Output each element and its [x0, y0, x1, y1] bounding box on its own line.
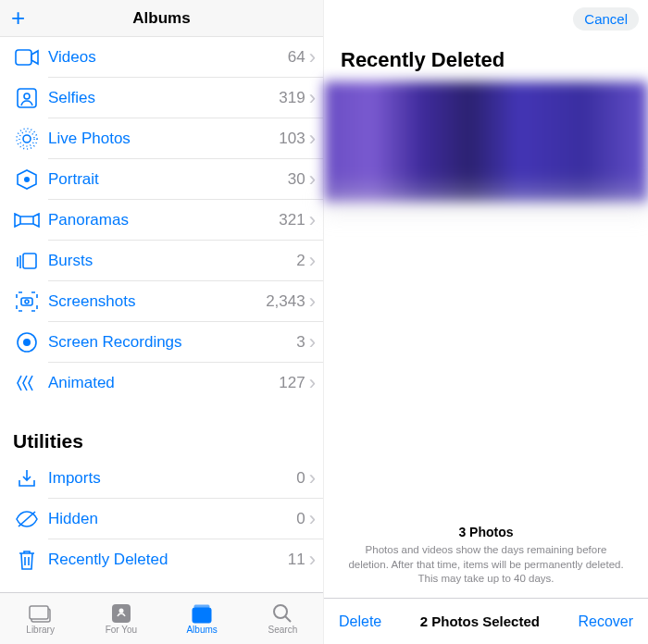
row-videos[interactable]: Videos 64 › [0, 37, 323, 77]
row-live-photos[interactable]: Live Photos 103 › [0, 118, 323, 158]
row-animated[interactable]: Animated 127 › [0, 363, 323, 402]
selfies-icon [13, 84, 41, 112]
svg-point-11 [23, 339, 31, 346]
library-icon [29, 603, 53, 624]
recently-deleted-title: Recently Deleted [324, 37, 648, 81]
chevron-right-icon: › [309, 330, 316, 354]
svg-point-6 [24, 177, 30, 182]
tab-search[interactable]: Search [243, 593, 323, 644]
chevron-right-icon: › [309, 127, 316, 151]
photo-count: 3 Photos [346, 525, 626, 539]
svg-rect-0 [16, 50, 31, 65]
hidden-icon [13, 505, 41, 533]
tab-label: Library [26, 625, 55, 635]
svg-point-2 [24, 93, 30, 99]
tab-label: Search [268, 625, 298, 635]
row-label: Imports [48, 469, 296, 488]
chevron-right-icon: › [309, 507, 316, 531]
row-imports[interactable]: Imports 0 › [0, 458, 323, 498]
row-count: 2,343 [266, 292, 305, 311]
page-title: Albums [0, 9, 323, 28]
row-screenshots[interactable]: Screenshots 2,343 › [0, 281, 323, 321]
row-bursts[interactable]: Bursts 2 › [0, 241, 323, 280]
row-count: 3 [296, 333, 305, 352]
screen-recordings-icon [13, 328, 41, 356]
row-recently-deleted[interactable]: Recently Deleted 11 › [0, 539, 323, 579]
albums-list: Videos 64 › Selfies 319 › Live Photos 10… [0, 37, 323, 592]
video-icon [13, 43, 41, 71]
albums-icon [190, 603, 214, 624]
row-count: 0 [296, 469, 305, 488]
trash-icon [13, 546, 41, 574]
chevron-right-icon: › [309, 466, 316, 490]
row-count: 127 [279, 374, 305, 392]
row-count: 64 [288, 48, 305, 67]
row-count: 30 [288, 170, 305, 189]
chevron-right-icon: › [309, 548, 316, 572]
svg-point-4 [19, 131, 34, 146]
right-header: Cancel [324, 0, 648, 37]
svg-rect-1 [18, 89, 36, 107]
svg-point-9 [25, 300, 29, 303]
tab-albums[interactable]: Albums [162, 593, 243, 644]
delete-button[interactable]: Delete [339, 613, 381, 630]
utilities-section-title: Utilities [0, 402, 323, 458]
row-label: Selfies [48, 89, 279, 107]
row-label: Videos [48, 48, 288, 67]
row-portrait[interactable]: Portrait 30 › [0, 159, 323, 199]
row-count: 103 [279, 130, 305, 148]
photo-thumbnails[interactable] [324, 81, 648, 202]
row-label: Screen Recordings [48, 333, 296, 352]
svg-point-15 [118, 608, 123, 613]
portrait-icon [13, 166, 41, 193]
row-count: 0 [296, 510, 305, 528]
tab-bar: Library For You Albums Search [0, 592, 323, 644]
chevron-right-icon: › [309, 167, 316, 192]
svg-point-3 [23, 135, 31, 142]
row-hidden[interactable]: Hidden 0 › [0, 499, 323, 539]
svg-point-18 [274, 605, 287, 618]
imports-icon [13, 464, 41, 492]
animated-icon [13, 369, 41, 397]
row-count: 11 [288, 551, 305, 569]
chevron-right-icon: › [309, 208, 316, 232]
selection-count: 2 Photos Selected [381, 613, 578, 629]
tab-label: For You [106, 625, 137, 635]
panorama-icon [13, 206, 41, 234]
row-label: Hidden [48, 510, 296, 528]
add-button[interactable]: + [0, 4, 36, 32]
recently-deleted-pane: Cancel Recently Deleted 3 Photos Photos … [324, 0, 648, 644]
search-icon [270, 603, 294, 624]
live-photos-icon [13, 125, 41, 153]
svg-rect-7 [23, 254, 36, 268]
row-label: Bursts [48, 252, 296, 270]
chevron-right-icon: › [309, 86, 316, 110]
row-label: Portrait [48, 170, 288, 189]
info-description: Photos and videos show the days remainin… [346, 543, 626, 587]
recover-button[interactable]: Recover [578, 613, 633, 630]
cancel-button[interactable]: Cancel [573, 7, 639, 31]
row-label: Animated [48, 374, 279, 392]
svg-rect-16 [193, 608, 211, 623]
row-selfies[interactable]: Selfies 319 › [0, 78, 323, 118]
row-panoramas[interactable]: Panoramas 321 › [0, 200, 323, 240]
row-label: Panoramas [48, 211, 279, 229]
row-count: 319 [279, 89, 305, 107]
selection-toolbar: Delete 2 Photos Selected Recover [324, 598, 648, 644]
chevron-right-icon: › [309, 371, 316, 395]
tab-label: Albums [186, 625, 217, 635]
row-label: Live Photos [48, 130, 279, 148]
row-label: Recently Deleted [48, 551, 288, 569]
chevron-right-icon: › [309, 249, 316, 273]
for-you-icon [109, 603, 133, 624]
row-count: 2 [296, 252, 305, 270]
chevron-right-icon: › [309, 45, 316, 69]
tab-library[interactable]: Library [0, 593, 81, 644]
bursts-icon [13, 247, 41, 275]
albums-header: + Albums [0, 0, 323, 37]
info-block: 3 Photos Photos and videos show the days… [324, 525, 648, 598]
svg-rect-17 [194, 605, 209, 608]
tab-for-you[interactable]: For You [81, 593, 161, 644]
chevron-right-icon: › [309, 290, 316, 314]
row-screen-recordings[interactable]: Screen Recordings 3 › [0, 322, 323, 362]
